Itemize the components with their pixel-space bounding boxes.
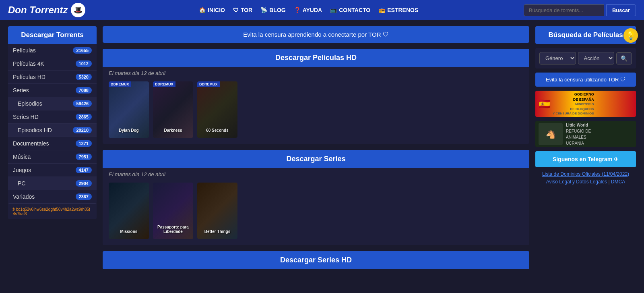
movie-search-panel: Género Acción 🔍 [535, 48, 636, 69]
sidebar-item-episodios[interactable]: Episodios 59426 [8, 97, 97, 110]
nav-inicio[interactable]: 🏠 INICIO [199, 7, 225, 13]
sidebar-item-peliculas[interactable]: Películas 21655 [8, 44, 97, 57]
series-title[interactable]: Descargar Series [103, 150, 529, 168]
domain-list-link[interactable]: Lista de Dominios Oficiales (11/04/2022) [535, 171, 636, 177]
series-section: Descargar Series El martes día 12 de abr… [103, 150, 529, 245]
sidebar-item-musica[interactable]: Música 7951 [8, 150, 97, 164]
help-icon: ❓ [294, 7, 301, 13]
sidebar-item-serieshd[interactable]: Series HD 2865 [8, 110, 97, 124]
series-hd-section: Descargar Series HD [103, 251, 529, 269]
movie-card-60seconds[interactable]: BDREMUX 60 Seconds [197, 81, 237, 138]
contact-icon: 📺 [330, 7, 337, 13]
nav-ayuda[interactable]: ❓ AYUDA [294, 7, 322, 13]
main-nav: 🏠 INICIO 🛡 TOR 📡 BLOG ❓ AYUDA 📺 CONTACTO… [97, 7, 519, 13]
sidebar-item-episodioshd[interactable]: Episodios HD 20210 [8, 124, 97, 137]
legal-links-row: Aviso Legal y Datos Legales | DMCA [535, 179, 636, 185]
center-content: Evita la censura aprendiendo a conectart… [103, 26, 529, 269]
nav-blog[interactable]: 📡 BLOG [260, 7, 285, 13]
movie-search-button[interactable]: 🔍 [616, 52, 632, 64]
little-world-image: 🐴 [539, 123, 563, 145]
series-date: El martes día 12 de abril [103, 168, 529, 181]
sidebar-title: Descargar Torrents [8, 26, 97, 44]
right-panel-title: Búsqueda de Películas [535, 26, 636, 44]
dmca-link[interactable]: DMCA [611, 179, 625, 185]
broadcast-icon: 📻 [378, 7, 385, 13]
movie-poster-darkness: BDREMUX Darkness [153, 81, 193, 138]
spain-banner-line3: MINISTERIO [553, 102, 594, 106]
nav-tor[interactable]: 🛡 TOR [233, 7, 252, 13]
sidebar-item-juegos[interactable]: Juegos 4147 [8, 164, 97, 177]
shield-icon: 🛡 [233, 7, 239, 13]
sidebar-item-documentales[interactable]: Documentales 1271 [8, 137, 97, 150]
sidebar-item-series[interactable]: Series 7088 [8, 84, 97, 97]
series-poster-better-things: Better Things [197, 183, 237, 239]
movie-card-darkness[interactable]: BDREMUX Darkness [153, 81, 193, 138]
sidebar-list: Películas 21655 Películas 4K 1012 Pelícu… [8, 44, 97, 204]
sidebar-item-variados[interactable]: Variados 2367 [8, 190, 97, 204]
legal-link[interactable]: Aviso Legal y Datos Legales [546, 179, 607, 185]
logo-icon: 🎩 [71, 3, 85, 17]
series-card-better-things[interactable]: Better Things [197, 183, 237, 239]
nav-contacto[interactable]: 📺 CONTACTO [330, 7, 370, 13]
movies-hd-section: Descargar Peliculas HD El martes día 12 … [103, 49, 529, 144]
little-world-banner[interactable]: 🐴 Little World REFUGIO DEANIMALESUCRANIA [535, 121, 636, 147]
tor-connect-banner[interactable]: Evita la censura aprendiendo a conectart… [103, 26, 529, 43]
home-icon: 🏠 [199, 7, 206, 13]
header-search-button[interactable]: Buscar [606, 4, 636, 16]
header-search-input[interactable] [524, 4, 604, 16]
spain-banner-line2: DE ESPAÑA [553, 97, 594, 102]
nav-estrenos[interactable]: 📻 ESTRENOS [378, 7, 418, 13]
genre-select[interactable]: Género [539, 52, 576, 64]
bitcoin-address: ₿ bc1q52v6lhw6se2qght56v4h2a2wz9rh85t4s7… [8, 204, 97, 219]
tor-right-banner[interactable]: Evita la censura utilizando TOR 🛡 [535, 73, 636, 87]
sidebar-item-pc[interactable]: PC 2904 [8, 177, 97, 190]
movie-poster-dylandog: BDREMUX Dylan Dog [109, 81, 149, 138]
movies-hd-grid: BDREMUX Dylan Dog BDREMUX Darkness [103, 79, 529, 144]
series-poster-missions: Missions [109, 183, 149, 239]
sidebar-item-peliculas4k[interactable]: Películas 4K 1012 [8, 57, 97, 71]
header: Don Torrentz 🎩 🏠 INICIO 🛡 TOR 📡 BLOG ❓ A… [0, 0, 644, 20]
series-grid: Missions Passaporte para Liberdade Bet [103, 181, 529, 245]
series-card-passaporte[interactable]: Passaporte para Liberdade [153, 183, 193, 239]
theme-toggle-icon[interactable]: 💡 [623, 28, 638, 43]
left-sidebar: Descargar Torrents Películas 21655 Pelíc… [8, 26, 97, 269]
series-card-missions[interactable]: Missions [109, 183, 149, 239]
sidebar-item-peliculashd[interactable]: Películas HD 5320 [8, 71, 97, 84]
spain-gov-banner[interactable]: 🇪🇸 GOBIERNO DE ESPAÑA MINISTERIO DE BLOQ… [535, 91, 636, 117]
spain-banner-line4: DE BLOQUEOS [553, 107, 594, 111]
action-select[interactable]: Acción [578, 52, 615, 64]
movies-hd-title[interactable]: Descargar Peliculas HD [103, 49, 529, 67]
header-search: Buscar [524, 4, 636, 16]
logo-text[interactable]: Don Torrentz [8, 4, 68, 16]
main-container: Descargar Torrents Películas 21655 Pelíc… [0, 20, 644, 275]
spain-banner-line1: GOBIERNO [553, 92, 594, 97]
spain-banner-line5: Y CENSURA DE DOMINIOS [553, 111, 594, 116]
series-hd-title[interactable]: Descargar Series HD [103, 251, 529, 269]
movie-search-row: Género Acción 🔍 [539, 52, 632, 64]
rss-icon: 📡 [260, 7, 267, 13]
right-sidebar: Búsqueda de Películas Género Acción 🔍 Ev… [535, 26, 636, 269]
little-world-text: Little World REFUGIO DEANIMALESUCRANIA [566, 122, 591, 146]
telegram-button[interactable]: Síguenos en Telegram ✈ [535, 151, 636, 167]
series-poster-passaporte: Passaporte para Liberdade [153, 183, 193, 239]
movie-card-dylandog[interactable]: BDREMUX Dylan Dog [109, 81, 149, 138]
movie-poster-60seconds: BDREMUX 60 Seconds [197, 81, 237, 138]
logo-area: Don Torrentz 🎩 [8, 3, 85, 17]
movies-hd-date: El martes día 12 de abril [103, 67, 529, 79]
footer-links: Lista de Dominios Oficiales (11/04/2022)… [535, 171, 636, 185]
